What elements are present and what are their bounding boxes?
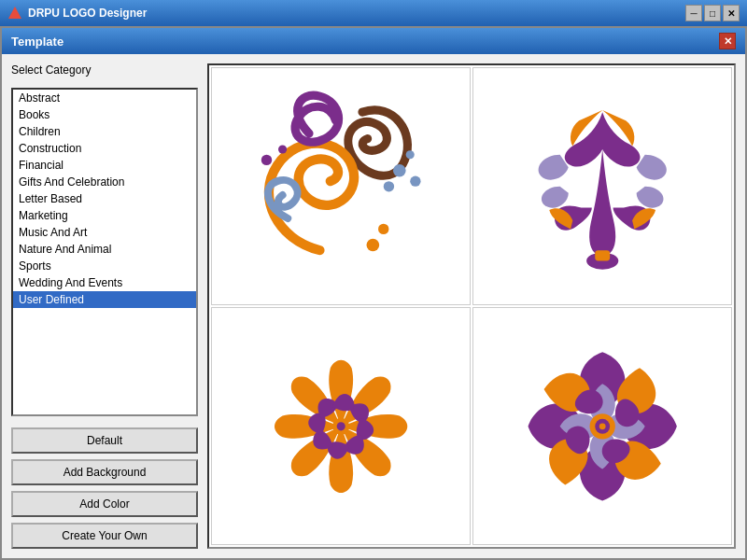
- left-panel: Select Category AbstractBooksChildrenCon…: [11, 63, 198, 549]
- category-item-financial[interactable]: Financial: [13, 157, 196, 174]
- category-item-nature-and-animal[interactable]: Nature And Animal: [13, 241, 196, 258]
- minimize-button[interactable]: ─: [685, 5, 702, 21]
- window-controls: ─ □ ✕: [685, 5, 740, 21]
- dialog-title-bar: Template ✕: [2, 28, 745, 54]
- category-item-sports[interactable]: Sports: [13, 258, 196, 274]
- svg-rect-10: [595, 250, 610, 260]
- category-item-wedding-and-events[interactable]: Wedding And Events: [13, 274, 196, 291]
- template-item-1[interactable]: [211, 67, 471, 305]
- maximize-button[interactable]: □: [704, 5, 721, 21]
- svg-point-1: [393, 164, 406, 177]
- template-svg-3: [225, 320, 457, 533]
- app-icon: [7, 6, 22, 21]
- app-title-bar: DRPU LOGO Designer ─ □ ✕: [0, 0, 747, 26]
- svg-point-5: [261, 154, 272, 164]
- svg-marker-0: [8, 7, 21, 19]
- add-color-button[interactable]: Add Color: [11, 491, 198, 517]
- svg-point-2: [384, 181, 394, 191]
- svg-point-4: [410, 175, 420, 186]
- dialog-title: Template: [11, 35, 63, 49]
- svg-point-12: [336, 422, 345, 430]
- category-item-gifts-and-celebration[interactable]: Gifts And Celebration: [13, 174, 196, 190]
- svg-point-7: [366, 238, 379, 251]
- category-item-letter-based[interactable]: Letter Based: [13, 190, 196, 207]
- category-item-music-and-art[interactable]: Music And Art: [13, 224, 196, 241]
- svg-point-8: [378, 223, 388, 233]
- template-item-3[interactable]: [211, 307, 471, 545]
- template-item-4[interactable]: [472, 307, 732, 545]
- category-item-children[interactable]: Children: [13, 123, 196, 140]
- svg-point-3: [405, 150, 414, 159]
- app-title: DRPU LOGO Designer: [28, 7, 147, 20]
- action-buttons: Default Add Background Add Color Create …: [11, 427, 198, 549]
- category-item-marketing[interactable]: Marketing: [13, 207, 196, 224]
- category-item-books[interactable]: Books: [13, 106, 196, 123]
- category-item-user-defined[interactable]: User Defined: [13, 291, 196, 308]
- default-button[interactable]: Default: [11, 427, 198, 454]
- template-svg-1: [225, 80, 457, 293]
- dialog-body: Select Category AbstractBooksChildrenCon…: [2, 54, 745, 558]
- template-svg-4: [486, 320, 718, 533]
- main-window: Template ✕ Select Category AbstractBooks…: [0, 26, 747, 560]
- template-item-2[interactable]: [472, 67, 732, 305]
- category-item-construction[interactable]: Construction: [13, 140, 196, 157]
- svg-point-6: [278, 145, 287, 153]
- svg-point-15: [599, 423, 606, 429]
- add-background-button[interactable]: Add Background: [11, 459, 198, 485]
- template-svg-2: [486, 80, 718, 293]
- category-item-abstract[interactable]: Abstract: [13, 90, 196, 106]
- close-button[interactable]: ✕: [723, 5, 740, 21]
- category-list[interactable]: AbstractBooksChildrenConstructionFinanci…: [11, 88, 198, 416]
- create-your-own-button[interactable]: Create Your Own: [11, 523, 198, 549]
- dialog-close-button[interactable]: ✕: [719, 33, 736, 49]
- category-label: Select Category: [11, 63, 198, 77]
- template-grid: [207, 63, 736, 549]
